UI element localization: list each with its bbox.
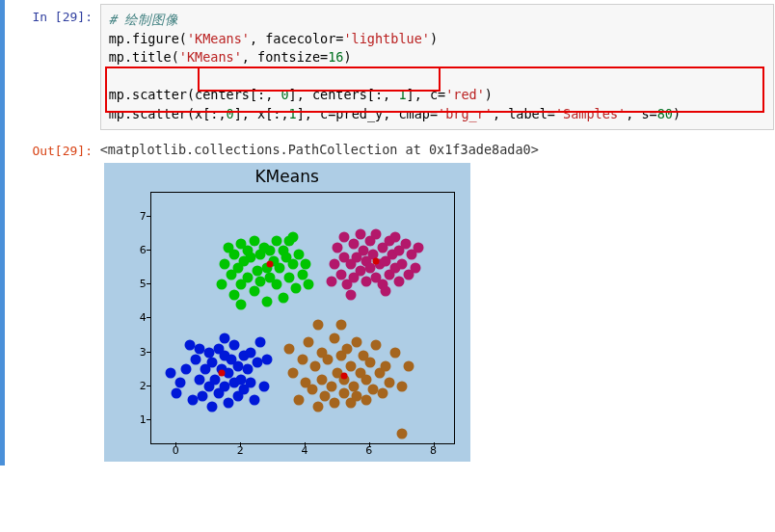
data-point bbox=[249, 394, 259, 405]
data-point bbox=[229, 249, 240, 259]
data-point bbox=[323, 354, 334, 364]
data-point bbox=[339, 387, 350, 398]
data-point bbox=[174, 378, 185, 388]
data-point bbox=[349, 239, 360, 250]
input-cell: In [29]: # 绘制图像 mp.figure('KMeans', face… bbox=[5, 0, 775, 134]
output-cell: Out[29]: <matplotlib.collections.PathCol… bbox=[5, 134, 775, 466]
data-point bbox=[246, 347, 256, 358]
data-point bbox=[249, 286, 259, 297]
data-point bbox=[381, 286, 391, 297]
data-point bbox=[287, 367, 298, 378]
data-point bbox=[181, 364, 192, 375]
data-point bbox=[371, 228, 382, 239]
data-point bbox=[330, 398, 340, 409]
data-point bbox=[165, 367, 175, 378]
data-point bbox=[210, 374, 221, 385]
data-point bbox=[413, 242, 423, 253]
data-point bbox=[284, 343, 295, 354]
data-point bbox=[207, 358, 218, 368]
notebook: In [29]: # 绘制图像 mp.figure('KMeans', face… bbox=[0, 0, 775, 466]
data-point bbox=[349, 381, 360, 391]
data-point bbox=[246, 378, 256, 388]
data-point bbox=[255, 336, 266, 347]
code-comment: # 绘制图像 bbox=[109, 12, 178, 27]
data-point bbox=[304, 279, 314, 290]
ytick: 7 bbox=[120, 209, 147, 222]
data-point bbox=[229, 289, 240, 300]
ytick: 3 bbox=[120, 345, 147, 358]
data-point bbox=[397, 428, 408, 439]
data-point bbox=[313, 320, 324, 331]
data-point bbox=[217, 279, 227, 290]
data-point bbox=[390, 347, 401, 358]
cluster-center bbox=[267, 261, 274, 268]
data-point bbox=[261, 354, 272, 364]
data-point bbox=[294, 394, 305, 405]
data-point bbox=[287, 259, 298, 270]
data-point bbox=[384, 378, 394, 388]
plot-area bbox=[150, 192, 455, 444]
data-point bbox=[316, 374, 327, 385]
data-point bbox=[403, 360, 414, 371]
data-point bbox=[191, 354, 201, 364]
data-point bbox=[333, 242, 343, 253]
data-point bbox=[278, 293, 288, 304]
data-point bbox=[242, 273, 253, 283]
data-point bbox=[172, 387, 182, 398]
data-point bbox=[335, 320, 346, 331]
data-point bbox=[275, 262, 285, 273]
data-point bbox=[304, 336, 314, 347]
cluster-center bbox=[373, 257, 380, 264]
ytick: 4 bbox=[120, 311, 147, 324]
data-point bbox=[307, 385, 317, 395]
ytick: 5 bbox=[120, 278, 147, 290]
in-prompt: In [29]: bbox=[5, 4, 96, 24]
data-point bbox=[400, 239, 411, 250]
data-point bbox=[271, 235, 281, 246]
data-point bbox=[223, 398, 233, 409]
data-point bbox=[352, 336, 362, 347]
data-point bbox=[393, 276, 404, 286]
data-point bbox=[184, 340, 195, 351]
data-point bbox=[294, 249, 305, 259]
data-point bbox=[326, 381, 336, 391]
data-point bbox=[361, 374, 372, 385]
data-point bbox=[364, 358, 375, 368]
data-point bbox=[339, 232, 350, 243]
code-input[interactable]: # 绘制图像 mp.figure('KMeans', facecolor='li… bbox=[100, 4, 774, 130]
data-point bbox=[287, 232, 298, 243]
data-point bbox=[330, 333, 340, 344]
data-point bbox=[261, 296, 272, 306]
data-point bbox=[397, 259, 408, 270]
ytick: 1 bbox=[120, 412, 147, 425]
data-point bbox=[335, 269, 346, 279]
data-point bbox=[265, 246, 276, 256]
data-point bbox=[297, 354, 307, 364]
data-point bbox=[242, 364, 253, 375]
data-point bbox=[194, 374, 204, 385]
data-point bbox=[345, 289, 356, 300]
cluster-center bbox=[341, 373, 348, 380]
out-prompt: Out[29]: bbox=[5, 138, 96, 158]
data-point bbox=[345, 360, 356, 371]
chart-output: KMeans 123456702468 bbox=[104, 163, 470, 462]
data-point bbox=[381, 360, 391, 371]
data-point bbox=[236, 300, 247, 310]
data-point bbox=[313, 401, 324, 412]
data-point bbox=[410, 262, 420, 273]
output-text: <matplotlib.collections.PathCollection a… bbox=[100, 138, 774, 157]
data-point bbox=[198, 391, 208, 402]
data-point bbox=[390, 232, 401, 243]
data-point bbox=[220, 259, 230, 270]
data-point bbox=[297, 269, 307, 279]
data-point bbox=[271, 279, 281, 290]
data-point bbox=[284, 273, 295, 283]
data-point bbox=[355, 228, 365, 239]
data-point bbox=[326, 276, 336, 286]
data-point bbox=[342, 343, 353, 354]
data-point bbox=[397, 381, 408, 391]
ytick: 6 bbox=[120, 244, 147, 256]
data-point bbox=[361, 394, 372, 405]
data-point bbox=[371, 340, 382, 351]
data-point bbox=[207, 401, 218, 412]
